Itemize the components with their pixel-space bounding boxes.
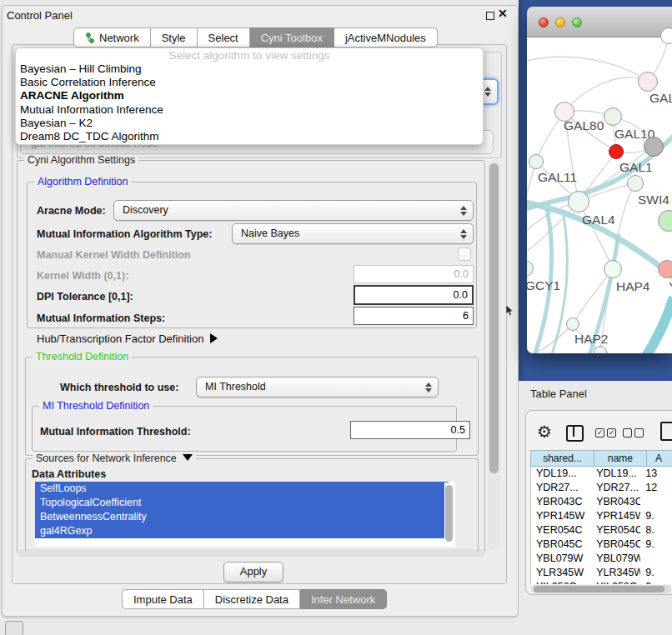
graph-node-gal4[interactable] bbox=[568, 191, 589, 212]
algorithm-item-bayesian-hill-climbing[interactable]: Bayesian – Hill Climbing bbox=[16, 62, 483, 76]
combo-arrows-icon bbox=[484, 87, 491, 97]
table-cell: 9 bbox=[640, 580, 672, 584]
attribute-item-topologicalcoefficient[interactable]: TopologicalCoefficient bbox=[35, 496, 449, 510]
graph-node[interactable] bbox=[594, 346, 607, 353]
graph-node-gal11[interactable] bbox=[529, 154, 544, 169]
minimize-traffic-light[interactable] bbox=[555, 18, 565, 28]
column-header-shared[interactable]: shared... bbox=[530, 450, 594, 467]
table-hscrollbar-thumb[interactable] bbox=[534, 586, 664, 592]
network-view-window[interactable]: GALGAL80GAL10GAL1SWI4GAL11GAL4GCY1HAP4YH… bbox=[527, 7, 672, 353]
graph-node-y[interactable] bbox=[658, 260, 672, 278]
table-row[interactable]: YBR045CYBR045C9. bbox=[531, 538, 672, 552]
bottom-tab-label: Impute Data bbox=[133, 593, 193, 606]
which-threshold-combobox[interactable]: MI Threshold bbox=[196, 377, 439, 398]
graph-node-gal10[interactable] bbox=[604, 108, 622, 126]
graph-node[interactable] bbox=[644, 137, 664, 157]
gear-icon[interactable]: ⚙ bbox=[537, 422, 552, 442]
tab-style[interactable]: Style bbox=[151, 28, 198, 48]
bottom-tab-impute-data[interactable]: Impute Data bbox=[122, 589, 204, 609]
unchecked-checkbox-icon[interactable] bbox=[623, 428, 632, 438]
mi-type-combobox[interactable]: Naive Bayes bbox=[232, 223, 474, 244]
column-header-a[interactable]: A bbox=[647, 450, 672, 467]
settings-scrollbar[interactable] bbox=[488, 160, 500, 550]
table-body: YDL19...YDL19...13YDR27...YDR27...12YBR0… bbox=[530, 467, 672, 584]
table-row[interactable]: YDL19...YDL19...13 bbox=[531, 467, 672, 481]
graph-node-gcy1[interactable] bbox=[527, 260, 534, 277]
tab-cyni-toolbox[interactable]: Cyni Toolbox bbox=[250, 28, 334, 48]
attributes-scrollbar[interactable] bbox=[444, 482, 454, 546]
bottom-tab-infer-network[interactable]: Infer Network bbox=[300, 589, 387, 609]
tab-label: Select bbox=[208, 32, 238, 44]
close-traffic-light[interactable] bbox=[539, 18, 549, 28]
table-row[interactable]: YLR345WYLR345W9. bbox=[531, 566, 672, 580]
table-hscrollbar[interactable] bbox=[531, 585, 671, 593]
graph-node-hap2[interactable] bbox=[566, 318, 579, 331]
network-canvas[interactable]: GALGAL80GAL10GAL1SWI4GAL11GAL4GCY1HAP4YH… bbox=[527, 38, 672, 353]
table-row[interactable]: YBL079WYBL079W bbox=[531, 552, 672, 566]
table-cell: 8. bbox=[640, 523, 672, 538]
collapse-down-icon bbox=[183, 454, 193, 461]
network-window-titlebar[interactable] bbox=[527, 7, 672, 38]
attribute-item-gal4rgexp[interactable]: gal4RGexp bbox=[35, 524, 449, 538]
table-cell: YBL079W bbox=[531, 552, 591, 566]
combo-arrows-icon bbox=[460, 206, 467, 216]
table-cell: YLR345W bbox=[531, 566, 591, 580]
table-row[interactable]: YDR27...YDR27...12 bbox=[531, 481, 672, 495]
hub-definition-expander[interactable]: Hub/Transcription Factor Definition bbox=[37, 332, 218, 345]
algorithm-list: Bayesian – Hill ClimbingBasic Correlatio… bbox=[16, 62, 483, 143]
tab-network[interactable]: Network bbox=[73, 28, 151, 48]
table-cell: 9. bbox=[640, 566, 672, 580]
mi-threshold-field[interactable] bbox=[350, 421, 470, 439]
tab-select[interactable]: Select bbox=[198, 28, 250, 48]
attribute-item-selfloops[interactable]: SelfLoops bbox=[35, 482, 449, 496]
data-attributes-label: Data Attributes bbox=[32, 468, 106, 480]
close-icon[interactable]: ✕ bbox=[498, 8, 508, 19]
graph-node[interactable] bbox=[658, 210, 672, 232]
unchecked-checkbox-icon[interactable] bbox=[634, 428, 644, 438]
aracne-mode-combobox[interactable]: Discovery bbox=[113, 200, 474, 221]
tab-jactivemnodules[interactable]: jActiveMNodules bbox=[334, 28, 438, 48]
settings-scrollbar-thumb[interactable] bbox=[489, 163, 499, 473]
attributes-scrollbar-thumb[interactable] bbox=[445, 485, 453, 542]
column-view-icon[interactable] bbox=[566, 425, 584, 442]
bottom-tab-discretize-data[interactable]: Discretize Data bbox=[204, 589, 300, 609]
table-row[interactable]: YPR145WYPR145W9. bbox=[531, 509, 672, 523]
checked-checkbox-icon[interactable]: ✓ bbox=[607, 428, 616, 438]
table-cell: YDR27... bbox=[531, 481, 591, 495]
collapse-panel-button[interactable] bbox=[5, 621, 23, 635]
graph-node[interactable] bbox=[660, 28, 672, 44]
checked-checkbox-icon[interactable]: ✓ bbox=[595, 428, 604, 438]
attribute-item-betweennesscentrality[interactable]: BetweennessCentrality bbox=[35, 510, 449, 524]
column-header-name[interactable]: name bbox=[594, 450, 647, 467]
kernel-width-field[interactable] bbox=[354, 265, 474, 283]
algorithm-item-bayesian-k2[interactable]: Bayesian – K2 bbox=[16, 117, 483, 130]
float-window-icon[interactable] bbox=[486, 12, 494, 20]
manual-kernel-checkbox[interactable] bbox=[458, 248, 471, 261]
zoom-traffic-light[interactable] bbox=[572, 18, 582, 28]
table-cell: YBR043C bbox=[591, 495, 640, 509]
manual-kernel-label: Manual Kernel Width Definition bbox=[37, 249, 191, 261]
algorithm-item-basic-correlation-inference[interactable]: Basic Correlation Inference bbox=[16, 76, 483, 89]
mi-steps-field[interactable] bbox=[354, 307, 474, 325]
graph-node-gal[interactable] bbox=[638, 72, 658, 92]
algorithm-item-aracne-algorithm[interactable]: ARACNE Algorithm bbox=[16, 89, 483, 102]
graph-node-gal1[interactable] bbox=[609, 144, 624, 159]
algorithm-item-mutual-information-inference[interactable]: Mutual Information Inference bbox=[16, 103, 483, 117]
table-row[interactable]: YIL052CYIL052C9 bbox=[531, 580, 672, 584]
table-cell: 9. bbox=[640, 509, 672, 523]
table-cell: YIL052C bbox=[591, 580, 640, 584]
algorithm-item-dream8-dc-tdc-algorithm[interactable]: Dream8 DC_TDC Algorithm bbox=[16, 130, 483, 143]
mi-type-label: Mutual Information Algorithm Type: bbox=[37, 228, 212, 240]
sources-group-title[interactable]: Sources for Network Inference bbox=[33, 452, 196, 464]
table-row[interactable]: YER054CYER054C8. bbox=[531, 523, 672, 538]
dpi-tolerance-field[interactable] bbox=[354, 285, 474, 305]
table-cell: YBL079W bbox=[591, 552, 640, 566]
table-cell: YER054C bbox=[531, 523, 591, 538]
table-row[interactable]: YBR043CYBR043C bbox=[531, 495, 672, 509]
graph-node-swi4[interactable] bbox=[627, 175, 644, 192]
table-cell bbox=[640, 552, 672, 566]
document-icon[interactable] bbox=[660, 422, 672, 441]
tab-label: Cyni Toolbox bbox=[261, 32, 323, 44]
graph-node-hap4[interactable] bbox=[604, 260, 622, 278]
apply-button[interactable]: Apply bbox=[223, 562, 283, 582]
